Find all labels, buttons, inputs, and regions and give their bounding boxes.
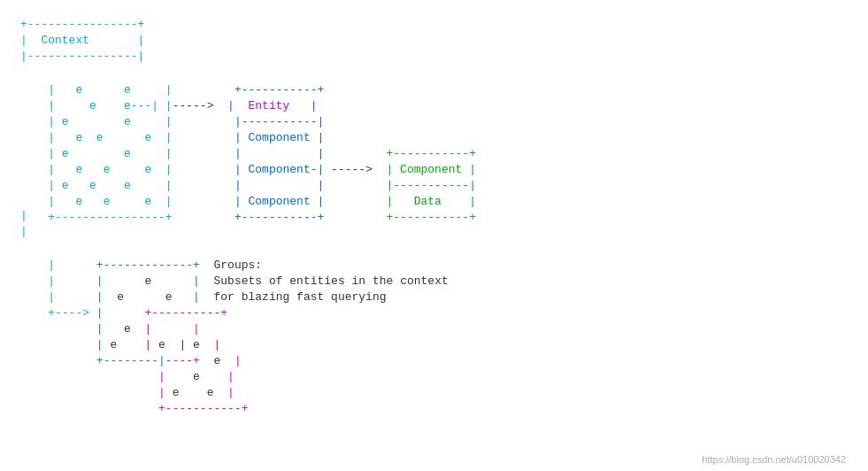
vert-line2: | bbox=[20, 223, 27, 241]
watermark: https://blog.csdn.net/u010020342 bbox=[702, 454, 846, 465]
row9: +----------------+ +-----------+ +------… bbox=[20, 191, 476, 243]
context-box-title: | Context | bbox=[20, 32, 144, 50]
vert-line1: | bbox=[20, 207, 27, 225]
context-box-top: +----------------+ bbox=[20, 16, 144, 34]
groups-row10: +-----------+ bbox=[20, 382, 248, 435]
context-box-divider: |----------------| bbox=[20, 48, 144, 66]
diagram-container: +----------------+ | Context | |--------… bbox=[13, 9, 855, 469]
